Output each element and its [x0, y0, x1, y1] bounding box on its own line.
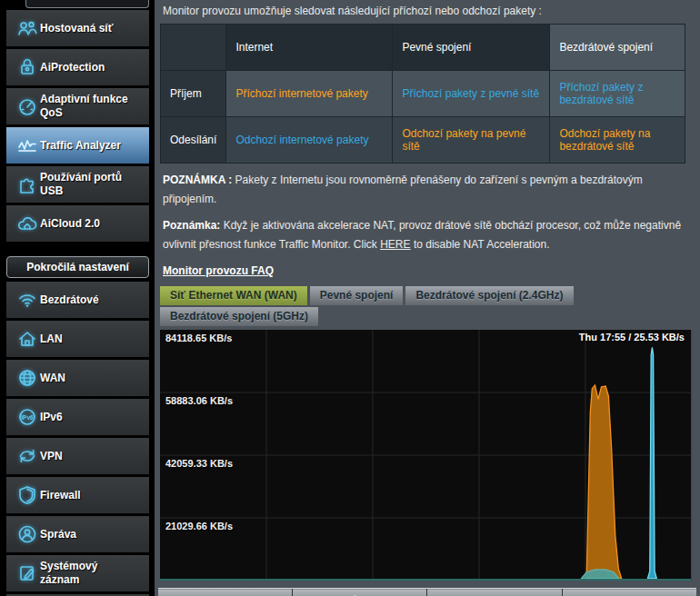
router-admin-page: { "colors": { "orange": "#ffa41f", "blue… [0, 0, 700, 596]
sidebar-item-wireless[interactable]: Bezdrátové [6, 282, 149, 318]
tab-wireless-24ghz[interactable]: Bezdrátové spojení (2.4GHz) [405, 286, 573, 305]
row-label: Příjem [161, 71, 226, 117]
sidebar-item-aiprotection[interactable]: AiProtection [6, 49, 149, 85]
packet-link[interactable]: Příchozí pakety z pevné sítě [393, 71, 550, 117]
sidebar-item-label: AiCloud 2.0 [40, 217, 100, 231]
sidebar-menu: Hostovaná síťAiProtectionAdaptivní funkc… [6, 10, 149, 596]
sidebar-item-label: Hostovaná síť [40, 22, 113, 35]
sidebar-item-system-log[interactable]: Systémový záznam [6, 555, 149, 591]
traffic-chart: Thu 17:55 / 25.53 KB/s 84118.65 KB/s5888… [160, 330, 692, 581]
chart-canvas [160, 330, 692, 581]
sidebar-item-aicloud[interactable]: AiCloud 2.0 [6, 205, 149, 242]
sidebar-item-label: LAN [40, 333, 63, 346]
row-label: Odesílání [161, 117, 226, 164]
sidebar-item-administration[interactable]: Správa [6, 516, 149, 552]
sidebar-item-label: WAN [40, 372, 65, 385]
sidebar-item-label: Bezdrátové [40, 293, 99, 307]
intro-text: Monitor provozu umožňuje sledovat násled… [155, 0, 700, 24]
packet-link[interactable]: Příchozí internetové pakety [226, 71, 393, 117]
interface-tabs: Síť Ethernet WAN (WAN)Pevné spojeníBezdr… [160, 286, 615, 328]
people-icon [15, 17, 40, 39]
table-header-row: InternetPevné spojeníBezdrátové spojení [161, 25, 685, 71]
sidebar-item-label: Traffic Analyzer [40, 139, 121, 153]
advanced-settings-header: Pokročilá nastavení [6, 256, 149, 278]
sidebar-item-label: Adaptivní funkce QoS [40, 93, 135, 120]
sidebar-item-lan[interactable]: LAN [6, 321, 149, 357]
faq-link[interactable]: Monitor provozu FAQ [163, 264, 274, 277]
sidebar-item-label: IPv6 [40, 411, 63, 424]
sidebar-item-label: Firewall [40, 489, 81, 502]
stats-table: aktuálníprůměrmaximálnícelková0.03KB/s20… [158, 588, 696, 596]
wave-icon [15, 134, 40, 156]
sidebar-item-label: Používání portů USB [40, 171, 135, 198]
traffic-description-table: InternetPevné spojeníBezdrátové spojeníP… [160, 24, 685, 164]
sidebar-item-guest-network[interactable]: Hostovaná síť [6, 10, 149, 46]
sidebar-item-firewall[interactable]: Firewall [6, 477, 149, 513]
table-row: PříjemPříchozí internetové paketyPříchoz… [161, 71, 685, 117]
sidebar-item-usb-ports[interactable]: Používání portů USB [6, 166, 149, 203]
tab-wired[interactable]: Pevné spojení [310, 286, 404, 305]
puzzle-icon [15, 174, 40, 195]
main-content: Monitor provozu umožňuje sledovat násled… [155, 0, 700, 596]
sidebar-previous-item-stub [25, 0, 149, 8]
sidebar-item-traffic-analyzer[interactable]: Traffic Analyzer [6, 127, 149, 164]
note-text: POZNÁMKA : Pakety z Internetu jsou rovno… [163, 171, 693, 209]
person-icon [15, 523, 40, 545]
stats-header-row: aktuálníprůměrmaximálnícelková [158, 589, 696, 596]
sidebar-item-label: Systémový záznam [40, 560, 135, 587]
stats-col-header: maximální [427, 589, 563, 596]
stats-col-header: celková [562, 589, 696, 596]
packet-link[interactable]: Odchozí pakety na bezdrátové sítě [550, 117, 685, 164]
svg-text:IPv6: IPv6 [21, 414, 34, 421]
lock-icon [15, 56, 40, 78]
ipv6-icon: IPv6 [15, 406, 40, 428]
sidebar: Hostovaná síťAiProtectionAdaptivní funkc… [0, 0, 155, 596]
col-header: Internet [226, 25, 393, 71]
packet-link[interactable]: Příchozí pakety z bezdrátové sítě [550, 71, 685, 117]
shield-icon [15, 484, 40, 506]
home-icon [15, 328, 40, 350]
sidebar-item-qos[interactable]: Adaptivní funkce QoS [6, 88, 149, 124]
here-link[interactable]: HERE [380, 238, 410, 251]
stats-col-header: průměr [292, 589, 426, 596]
stats-col-header: aktuální [158, 589, 292, 596]
sidebar-item-wan[interactable]: WAN [6, 360, 149, 396]
vpn-arrows-icon [15, 445, 40, 467]
gauge-icon [15, 95, 40, 117]
sidebar-item-label: VPN [40, 450, 63, 463]
sidebar-item-label: AiProtection [40, 61, 105, 74]
packet-link[interactable]: Odchozí internetové pakety [226, 117, 393, 164]
packet-link[interactable]: Odchozí pakety na pevné sítě [393, 117, 550, 164]
sidebar-item-vpn[interactable]: VPN [6, 438, 149, 474]
notes-block: POZNÁMKA : Pakety z Internetu jsou rovno… [155, 171, 700, 254]
tab-wireless-5ghz[interactable]: Bezdrátové spojení (5GHz) [160, 307, 318, 326]
wifi-icon [15, 289, 40, 311]
tab-wan[interactable]: Síť Ethernet WAN (WAN) [160, 286, 307, 305]
col-header: Pevné spojení [393, 25, 550, 71]
sidebar-item-ipv6[interactable]: IPv6IPv6 [6, 399, 149, 435]
globe-icon [15, 367, 40, 389]
col-header: Bezdrátové spojení [550, 25, 685, 71]
cloud-icon [15, 213, 40, 234]
table-row: OdesíláníOdchozí internetové paketyOdcho… [161, 117, 685, 164]
note-text: Poznámka: Když je aktivována akcelerace … [163, 216, 693, 254]
notepad-icon [15, 562, 40, 584]
corner-cell [161, 25, 226, 71]
sidebar-item-label: Správa [40, 528, 76, 541]
